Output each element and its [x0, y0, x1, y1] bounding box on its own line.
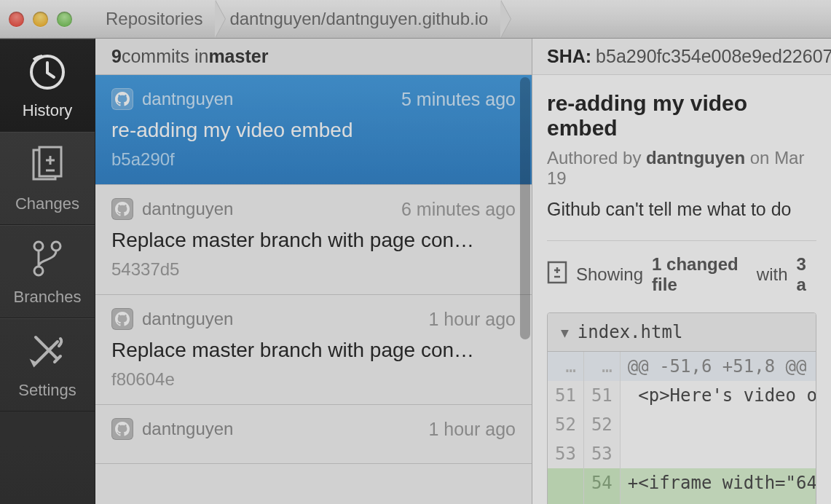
diff-code: dfCd2eQfueY?list=: [620, 497, 816, 504]
commit-message: Replace master branch with page con…: [111, 229, 516, 252]
commits-column: 9 commits in master dantnguyen5 minutes …: [95, 39, 532, 504]
zoom-button[interactable]: [57, 12, 72, 27]
commit-time: 6 minutes ago: [401, 199, 516, 220]
additions-count: 3 a: [797, 254, 816, 295]
diff-code: @@ -51,6 +51,8 @@: [620, 352, 816, 381]
divider: [547, 240, 816, 241]
titlebar: Repositories dantnguyen/dantnguyen.githu…: [0, 0, 831, 39]
breadcrumb-item[interactable]: dantnguyen/dantnguyen.github.io: [216, 0, 501, 38]
summary-text: Showing: [576, 264, 643, 285]
line-number-old: 51: [548, 381, 583, 410]
diff-code: <p>Here's video o: [620, 381, 816, 410]
line-number-old: [548, 497, 583, 504]
commit-author: dantnguyen: [142, 89, 233, 109]
diff-row: 54+<iframe width="64: [548, 468, 816, 497]
commit-item[interactable]: dantnguyen1 hour ago: [95, 405, 532, 464]
sha-value: b5a290fc354e008e9ed22607c: [596, 46, 831, 67]
commit-time: 1 hour ago: [428, 419, 516, 440]
commit-author: dantnguyen: [142, 419, 233, 439]
diff-code: [620, 439, 816, 468]
commit-author: dantnguyen: [142, 309, 233, 329]
diff-row: 5252: [548, 410, 816, 439]
commit-short-sha: b5a290f: [111, 149, 516, 170]
commit-short-sha: 54337d5: [111, 259, 516, 280]
github-avatar-icon: [111, 308, 133, 330]
history-icon: [25, 50, 69, 94]
diff-code: [620, 410, 816, 439]
file-diff-icon: [547, 261, 567, 288]
diff-icon: [25, 143, 69, 187]
sidebar-item-settings[interactable]: Settings: [0, 318, 95, 412]
commit-time: 1 hour ago: [428, 309, 516, 330]
branch-name: master: [208, 46, 268, 67]
commit-title: re-adding my video embed: [547, 91, 816, 141]
line-number-new: 52: [583, 410, 620, 439]
commit-details: SHA: b5a290fc354e008e9ed22607c re-adding…: [532, 39, 831, 504]
commit-description: Github can't tell me what to do: [547, 199, 816, 220]
commits-header-text: commits in: [122, 46, 208, 67]
tools-icon: [25, 330, 69, 374]
commit-author: dantnguyen: [142, 199, 233, 219]
sidebar-item-branches[interactable]: Branches: [0, 225, 95, 318]
line-number-new: 51: [583, 381, 620, 410]
sidebar-item-history[interactable]: History: [0, 39, 95, 132]
svg-point-3: [34, 242, 43, 251]
diff-file: ▼ index.html ……@@ -51,6 +51,8 @@5151 <p>…: [547, 312, 816, 504]
diff-table: ……@@ -51,6 +51,8 @@5151 <p>Here's video …: [548, 352, 816, 504]
line-number-old: [548, 468, 583, 497]
commit-item[interactable]: dantnguyen6 minutes agoReplace master br…: [95, 185, 532, 295]
chevron-right-icon: [501, 0, 511, 38]
commit-message: Replace master branch with page con…: [111, 339, 516, 362]
commit-time: 5 minutes ago: [401, 89, 516, 110]
scrollbar-thumb[interactable]: [520, 77, 530, 339]
github-avatar-icon: [111, 198, 133, 220]
diff-row: ……@@ -51,6 +51,8 @@: [548, 352, 816, 381]
close-button[interactable]: [9, 12, 24, 27]
scrollbar[interactable]: [520, 77, 530, 470]
sidebar-item-label: Changes: [15, 194, 79, 213]
commit-message: re-adding my video embed: [111, 119, 516, 142]
commit-item[interactable]: dantnguyen1 hour agoReplace master branc…: [95, 295, 532, 405]
commit-short-sha: f80604e: [111, 369, 516, 390]
line-number-old: …: [548, 352, 583, 381]
commits-header: 9 commits in master: [95, 39, 532, 75]
breadcrumb-item[interactable]: Repositories: [92, 0, 216, 38]
disclosure-triangle-icon[interactable]: ▼: [561, 325, 569, 340]
sidebar: History Changes Branches Settings: [0, 39, 95, 504]
traffic-lights: [9, 12, 72, 27]
summary-text: with: [757, 264, 788, 285]
branch-icon: [25, 237, 69, 280]
commit-author: dantnguyen: [646, 148, 745, 168]
sidebar-item-label: History: [23, 101, 72, 120]
svg-point-4: [52, 242, 60, 251]
sidebar-item-changes[interactable]: Changes: [0, 132, 95, 225]
commits-list: dantnguyen5 minutes agore-adding my vide…: [95, 75, 532, 504]
file-name: index.html: [578, 322, 683, 342]
sha-label: SHA:: [547, 46, 591, 67]
commit-item[interactable]: dantnguyen5 minutes agore-adding my vide…: [95, 75, 532, 185]
sha-row: SHA: b5a290fc354e008e9ed22607c: [532, 39, 831, 75]
diff-row: 5151 <p>Here's video o: [548, 381, 816, 410]
line-number-new: 53: [583, 439, 620, 468]
line-number-new: …: [583, 352, 620, 381]
minimize-button[interactable]: [33, 12, 48, 27]
commit-meta: Authored by dantnguyen on Mar 19: [547, 148, 816, 189]
github-avatar-icon: [111, 88, 133, 110]
diff-row: 5353: [548, 439, 816, 468]
github-avatar-icon: [111, 418, 133, 440]
line-number-old: 52: [548, 410, 583, 439]
line-number-old: 53: [548, 439, 583, 468]
sidebar-item-label: Settings: [18, 381, 76, 400]
file-summary: Showing 1 changed file with 3 a: [547, 254, 816, 295]
chevron-right-icon: [216, 0, 226, 38]
line-number-new: [583, 497, 620, 504]
sidebar-item-label: Branches: [14, 288, 82, 307]
svg-point-5: [34, 267, 43, 275]
line-number-new: 54: [583, 468, 620, 497]
authored-prefix: Authored by: [547, 148, 646, 168]
diff-code: +<iframe width="64: [620, 468, 816, 497]
commit-count: 9: [111, 46, 122, 67]
breadcrumb: Repositories dantnguyen/dantnguyen.githu…: [92, 0, 502, 38]
diff-file-header[interactable]: ▼ index.html: [548, 313, 816, 352]
changed-file-count: 1 changed file: [652, 254, 748, 295]
